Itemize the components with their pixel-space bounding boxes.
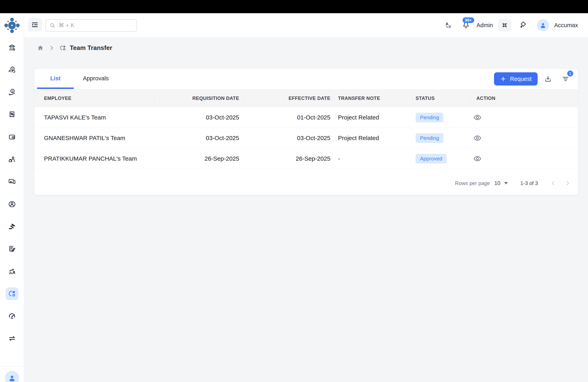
top-black-bar (0, 0, 588, 13)
page-title: Team Transfer (70, 44, 112, 52)
search-input[interactable] (59, 22, 133, 29)
status-badge: Pending (416, 113, 443, 122)
sidebar-item-team-transfer[interactable] (6, 287, 18, 300)
main-content: Team Transfer List Approvals Request (24, 37, 588, 382)
gauge-icon (8, 312, 16, 320)
sidebar-item-employee[interactable] (6, 153, 18, 166)
sidebar-user-avatar[interactable] (5, 371, 19, 382)
bank-check-icon (8, 43, 16, 52)
gavel-icon (8, 223, 16, 230)
sidebar-item-assets[interactable] (6, 175, 18, 188)
filter-button[interactable] (562, 75, 570, 83)
filter-control[interactable]: 1 (562, 75, 570, 83)
view-button[interactable] (473, 154, 482, 163)
admin-role-label: Admin (477, 22, 493, 29)
svg-text:$: $ (12, 67, 13, 70)
notification-count-badge: 99+ (462, 17, 474, 23)
eye-icon (473, 154, 482, 163)
column-header-action[interactable]: ACTION (470, 89, 578, 107)
logo-icon (4, 17, 20, 34)
svg-text:अ: अ (448, 25, 451, 29)
person-icon (539, 21, 547, 29)
account-name-label: Accumax (554, 22, 578, 29)
global-search[interactable] (45, 19, 137, 32)
sidebar-item-transactions[interactable] (6, 332, 18, 345)
column-header-effective-date[interactable]: EFFECTIVE DATE (245, 89, 332, 107)
header-right-cluster: A अ 99+ Admin (445, 13, 578, 37)
language-switch-button[interactable]: A अ (445, 21, 453, 29)
person-icon (8, 374, 16, 382)
action-cell (470, 134, 578, 142)
column-header-transfer-note[interactable]: TRANSFER NOTE (332, 89, 412, 107)
view-button[interactable] (473, 134, 482, 142)
sidebar-item-wallet[interactable] (6, 131, 18, 143)
team-transfer-card: List Approvals Request (34, 69, 578, 195)
table-row: PRATIKKUMAR PANCHAL's Team 26-Sep-2025 2… (34, 149, 578, 169)
sidebar-collapse-button[interactable] (28, 18, 42, 32)
pagination: Rows per page 10 1-3 of 3 (34, 172, 578, 195)
sidebar-item-requests[interactable] (6, 243, 18, 255)
top-header: A अ 99+ Admin (24, 13, 588, 37)
wallet-icon (8, 133, 16, 141)
collapse-menu-icon (31, 21, 39, 29)
tab-list[interactable]: List (37, 69, 74, 88)
document-edit-icon (8, 245, 16, 253)
table-row: GNANESHWAR PATIL's Team 03-Oct-2025 03-O… (34, 128, 578, 149)
sidebar-item-compliance[interactable] (6, 220, 18, 233)
caret-down-icon (504, 182, 508, 184)
chevron-left-icon (550, 180, 557, 187)
view-button[interactable] (473, 113, 482, 122)
receipt-percent-icon (8, 111, 16, 119)
hand-coin-icon: $ (8, 88, 16, 96)
pagination-range: 1-3 of 3 (520, 180, 538, 186)
sidebar-item-dashboard[interactable] (6, 310, 18, 323)
paint-marker-icon (519, 21, 526, 29)
app-root: $ $ (0, 0, 588, 382)
sidebar-item-account[interactable] (6, 198, 18, 210)
breadcrumb: Team Transfer (37, 44, 112, 52)
fullscreen-exit-icon (501, 22, 508, 29)
eye-icon (473, 134, 482, 142)
devices-icon (8, 178, 16, 186)
sidebar: $ $ (0, 13, 24, 382)
sidebar-item-salary[interactable]: $ (6, 86, 18, 99)
rows-per-page-select[interactable]: 10 (494, 180, 508, 186)
rows-per-page-value: 10 (494, 180, 500, 186)
sidebar-item-performance[interactable] (6, 265, 18, 278)
previous-page-button[interactable] (548, 178, 558, 188)
plus-icon (500, 76, 506, 82)
theme-brush-button[interactable] (519, 21, 526, 29)
employee-cell: GNANESHWAR PATIL's Team (34, 135, 154, 141)
sidebar-item-organization[interactable] (6, 41, 18, 54)
column-header-employee[interactable]: EMPLOYEE (34, 89, 154, 107)
request-button[interactable]: Request (494, 72, 538, 86)
download-icon (544, 75, 552, 83)
translate-icon: A अ (445, 21, 453, 29)
column-header-requisition-date[interactable]: REQUISITION DATE (154, 89, 245, 107)
column-header-status[interactable]: STATUS (412, 89, 470, 107)
tab-approvals[interactable]: Approvals (78, 69, 114, 88)
table-row: TAPASVI KALE's Team 03-Oct-2025 01-Oct-2… (34, 107, 578, 128)
sidebar-nav: $ $ (0, 41, 24, 354)
next-page-button[interactable] (562, 178, 573, 188)
active-tab-indicator (37, 88, 74, 89)
status-cell: Pending (412, 133, 470, 143)
effective-date-cell: 01-Oct-2025 (245, 114, 332, 121)
account-avatar[interactable] (537, 19, 549, 31)
home-icon[interactable] (37, 45, 44, 51)
person-circle-icon (8, 200, 16, 208)
sidebar-item-payroll-tools[interactable]: $ (6, 63, 18, 76)
download-button[interactable] (544, 75, 552, 83)
status-cell: Approved (412, 154, 470, 163)
sidebar-item-tax[interactable] (6, 108, 18, 121)
employee-cell: PRATIKKUMAR PANCHAL's Team (34, 155, 154, 162)
fullscreen-toggle-button[interactable] (498, 19, 511, 31)
team-transfer-icon (59, 45, 66, 51)
notifications[interactable]: 99+ (462, 21, 470, 29)
search-icon (49, 22, 55, 28)
coin-wrench-icon: $ (8, 66, 16, 74)
app-logo[interactable] (0, 17, 24, 34)
team-transfer-icon (8, 290, 16, 298)
filter-count-badge: 1 (567, 71, 573, 76)
transfer-note-cell: Project Related (332, 114, 412, 121)
